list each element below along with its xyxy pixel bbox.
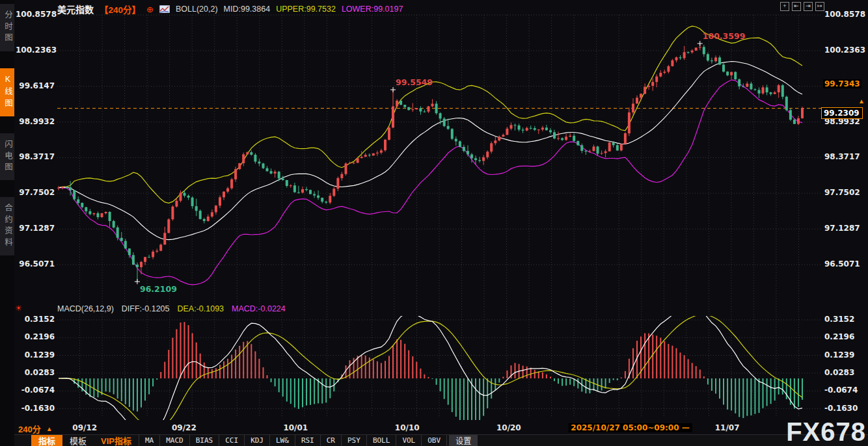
watermark-logo: FX678 xyxy=(786,417,866,446)
toolbar-item-BOLL[interactable]: BOLL xyxy=(367,435,397,446)
time-axis-strip xyxy=(14,421,868,434)
boll-upper-value: UPPER:99.7532 xyxy=(276,5,336,14)
period-selector-arrow-icon[interactable]: ▲ xyxy=(46,425,53,432)
period-tag[interactable]: 【240分】 xyxy=(100,3,141,16)
toolbar-item-LW&[interactable]: LW& xyxy=(270,435,295,446)
price-alert-icon[interactable]: ▲ xyxy=(858,98,865,105)
scale-left-icon[interactable]: ⇤ xyxy=(792,2,801,11)
macd-bar-value: MACD:-0.0224 xyxy=(232,304,286,313)
svg-text:100.3599: 100.3599 xyxy=(703,31,746,41)
toolbar-item-MA[interactable]: MA xyxy=(139,435,160,446)
toolbar-item-OBV[interactable]: OBV xyxy=(422,435,447,446)
symbol-title: 美元指数 xyxy=(57,3,94,16)
toolbar-item-设置[interactable]: 设置 xyxy=(449,435,478,446)
scale-right-icon[interactable]: ⇥ xyxy=(804,2,813,11)
macd-diff-value: DIFF:-0.1205 xyxy=(122,304,170,313)
indicator-toolbar: 指标模板VIP指标MAMACDBIASCCIKDJLW&RSICRPSYBOLL… xyxy=(14,434,868,446)
toolbar-item-RSI[interactable]: RSI xyxy=(295,435,321,446)
toolbar-item-MACD[interactable]: MACD xyxy=(160,435,190,446)
period-selector[interactable]: 240分 ▲ xyxy=(18,423,53,435)
macd-header: MACD(26,12,9) DIFF:-0.1205 DEA:-0.1093 M… xyxy=(57,304,286,313)
add-indicator-icon[interactable]: ⊕ xyxy=(146,5,154,14)
toolbar-item-指标[interactable]: 指标 xyxy=(31,435,62,446)
toolbar-item-KDJ[interactable]: KDJ xyxy=(245,435,270,446)
toolbar-item-VIP指标[interactable]: VIP指标 xyxy=(94,435,139,446)
sidebar-tab-分时图[interactable]: 分时图 xyxy=(0,4,14,51)
boll-mid-value: MID:99.3864 xyxy=(224,5,271,14)
toolbar-item-BIAS[interactable]: BIAS xyxy=(190,435,220,446)
period-selector-label[interactable]: 240分 xyxy=(18,423,41,435)
chart-canvas[interactable]: 96.210999.5549100.3599 xyxy=(0,0,868,446)
svg-text:99.5549: 99.5549 xyxy=(396,77,433,87)
chart-scale-controls: +⇤⇥↦ xyxy=(780,2,824,11)
upper-band-price-tag: 99.7343 xyxy=(823,79,861,88)
crosshair-icon[interactable]: + xyxy=(780,2,789,11)
pan-right-icon[interactable]: ↦ xyxy=(815,2,824,11)
toolbar-item-CR[interactable]: CR xyxy=(321,435,342,446)
toolbar-item-模板[interactable]: 模板 xyxy=(62,435,94,446)
current-price-tag: 99.2309 xyxy=(821,107,863,119)
sidebar-tab-K线图[interactable]: K线图 xyxy=(0,68,14,116)
boll-indicator-label: BOLL(20,2) xyxy=(176,5,218,14)
svg-text:96.2109: 96.2109 xyxy=(140,284,177,294)
toolbar-item-VOL[interactable]: VOL xyxy=(396,435,422,446)
macd-dea-value: DEA:-0.1093 xyxy=(177,304,224,313)
sidebar-tab-合约资料[interactable]: 合约资料 xyxy=(0,197,14,256)
sidebar-tab-闪电图[interactable]: 闪电图 xyxy=(0,133,14,181)
trading-app-window: 96.210999.5549100.3599 分时图K线图闪电图合约资料 美元指… xyxy=(0,0,868,446)
macd-settings-icon[interactable]: ☀ xyxy=(15,304,22,313)
macd-indicator-label: MACD(26,12,9) xyxy=(57,304,114,313)
boll-lower-value: LOWER:99.0197 xyxy=(342,5,403,14)
toolbar-item-PSY[interactable]: PSY xyxy=(342,435,367,446)
chart-type-sidebar: 分时图K线图闪电图合约资料 xyxy=(0,0,14,446)
toolbar-item-CCI[interactable]: CCI xyxy=(219,435,245,446)
chart-thumbnail-icon[interactable] xyxy=(159,5,170,13)
chart-header: 美元指数 【240分】 ⊕ BOLL(20,2) MID:99.3864 UPP… xyxy=(57,3,403,15)
